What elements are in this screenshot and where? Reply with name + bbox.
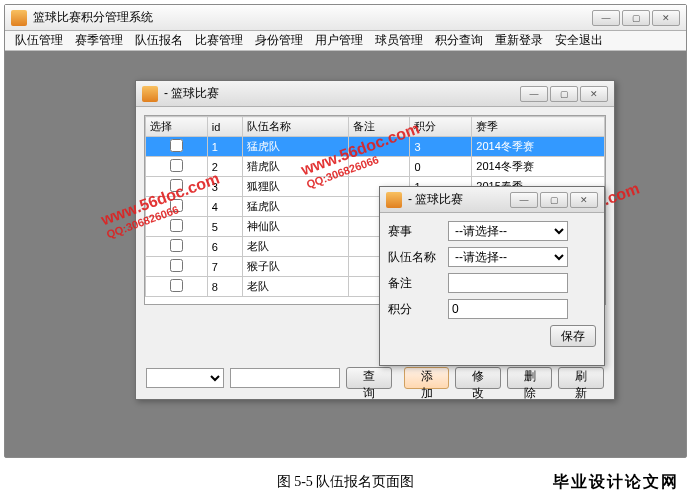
col-team[interactable]: 队伍名称 — [242, 117, 348, 137]
edit-button[interactable]: 修改 — [455, 367, 501, 389]
child-maximize-button[interactable]: ▢ — [550, 86, 578, 102]
cell-note — [348, 137, 410, 157]
row-checkbox[interactable] — [170, 279, 183, 292]
cell-id: 8 — [207, 277, 242, 297]
main-window-buttons: — ▢ ✕ — [592, 10, 680, 26]
refresh-button[interactable]: 刷新 — [558, 367, 604, 389]
cell-id: 2 — [207, 157, 242, 177]
app-icon — [11, 10, 27, 26]
main-titlebar: 篮球比赛积分管理系统 — ▢ ✕ — [5, 5, 686, 31]
menu-user-manage[interactable]: 用户管理 — [313, 32, 365, 49]
cell-team: 老队 — [242, 237, 348, 257]
brand-text: 毕业设计论文网 — [553, 472, 679, 493]
dialog-titlebar: - 篮球比赛 — ▢ ✕ — [380, 187, 604, 213]
menu-match-manage[interactable]: 比赛管理 — [193, 32, 245, 49]
cell-season: 2014冬季赛 — [472, 137, 605, 157]
bottom-bar: 查询 添加 修改 删除 刷新 — [146, 367, 604, 389]
menu-score-query[interactable]: 积分查询 — [433, 32, 485, 49]
cell-id: 5 — [207, 217, 242, 237]
col-score[interactable]: 积分 — [410, 117, 472, 137]
menu-player-manage[interactable]: 球员管理 — [373, 32, 425, 49]
label-team: 队伍名称 — [388, 249, 442, 266]
cell-score: 0 — [410, 157, 472, 177]
row-checkbox[interactable] — [170, 259, 183, 272]
cell-team: 老队 — [242, 277, 348, 297]
main-title: 篮球比赛积分管理系统 — [33, 9, 592, 26]
dialog-close-button[interactable]: ✕ — [570, 192, 598, 208]
minimize-button[interactable]: — — [592, 10, 620, 26]
cell-team: 猎虎队 — [242, 157, 348, 177]
save-button[interactable]: 保存 — [550, 325, 596, 347]
child-minimize-button[interactable]: — — [520, 86, 548, 102]
cell-id: 3 — [207, 177, 242, 197]
dialog-window-buttons: — ▢ ✕ — [510, 192, 598, 208]
dialog-title: - 篮球比赛 — [408, 191, 510, 208]
cell-id: 7 — [207, 257, 242, 277]
query-button[interactable]: 查询 — [346, 367, 392, 389]
cell-team: 神仙队 — [242, 217, 348, 237]
table-row[interactable]: 1猛虎队32014冬季赛 — [146, 137, 605, 157]
row-checkbox[interactable] — [170, 179, 183, 192]
col-id[interactable]: id — [207, 117, 242, 137]
add-button[interactable]: 添加 — [404, 367, 450, 389]
note-input[interactable] — [448, 273, 568, 293]
filter-select[interactable] — [146, 368, 224, 388]
maximize-button[interactable]: ▢ — [622, 10, 650, 26]
cell-team: 猛虎队 — [242, 137, 348, 157]
menu-team-manage[interactable]: 队伍管理 — [13, 32, 65, 49]
cell-team: 猛虎队 — [242, 197, 348, 217]
cell-score: 3 — [410, 137, 472, 157]
col-note[interactable]: 备注 — [348, 117, 410, 137]
cell-id: 6 — [207, 237, 242, 257]
child-close-button[interactable]: ✕ — [580, 86, 608, 102]
menu-season-manage[interactable]: 赛季管理 — [73, 32, 125, 49]
label-score: 积分 — [388, 301, 442, 318]
menu-relogin[interactable]: 重新登录 — [493, 32, 545, 49]
label-match: 赛事 — [388, 223, 442, 240]
dialog-minimize-button[interactable]: — — [510, 192, 538, 208]
edit-dialog: - 篮球比赛 — ▢ ✕ 赛事 --请选择-- 队伍名称 --请选择-- 备注 — [379, 186, 605, 366]
menubar: 队伍管理 赛季管理 队伍报名 比赛管理 身份管理 用户管理 球员管理 积分查询 … — [5, 31, 686, 51]
score-input[interactable] — [448, 299, 568, 319]
row-checkbox[interactable] — [170, 219, 183, 232]
main-window: 篮球比赛积分管理系统 — ▢ ✕ 队伍管理 赛季管理 队伍报名 比赛管理 身份管… — [4, 4, 687, 458]
mdi-client-area: - 篮球比赛 — ▢ ✕ 选择 id 队伍名称 备注 — [5, 51, 686, 457]
cell-id: 1 — [207, 137, 242, 157]
dialog-maximize-button[interactable]: ▢ — [540, 192, 568, 208]
child-title: - 篮球比赛 — [164, 85, 520, 102]
search-input[interactable] — [230, 368, 340, 388]
dialog-app-icon — [386, 192, 402, 208]
child-app-icon — [142, 86, 158, 102]
child-titlebar: - 篮球比赛 — ▢ ✕ — [136, 81, 614, 107]
cell-id: 4 — [207, 197, 242, 217]
row-checkbox[interactable] — [170, 139, 183, 152]
cell-season: 2014冬季赛 — [472, 157, 605, 177]
row-checkbox[interactable] — [170, 239, 183, 252]
delete-button[interactable]: 删除 — [507, 367, 553, 389]
menu-safe-exit[interactable]: 安全退出 — [553, 32, 605, 49]
cell-note — [348, 157, 410, 177]
cell-team: 猴子队 — [242, 257, 348, 277]
col-season[interactable]: 赛季 — [472, 117, 605, 137]
dialog-body: 赛事 --请选择-- 队伍名称 --请选择-- 备注 积分 保存 — [380, 213, 604, 361]
col-select[interactable]: 选择 — [146, 117, 208, 137]
close-button[interactable]: ✕ — [652, 10, 680, 26]
label-note: 备注 — [388, 275, 442, 292]
match-select[interactable]: --请选择-- — [448, 221, 568, 241]
cell-team: 狐狸队 — [242, 177, 348, 197]
table-row[interactable]: 2猎虎队02014冬季赛 — [146, 157, 605, 177]
row-checkbox[interactable] — [170, 199, 183, 212]
child-window-buttons: — ▢ ✕ — [520, 86, 608, 102]
menu-identity-manage[interactable]: 身份管理 — [253, 32, 305, 49]
menu-team-register[interactable]: 队伍报名 — [133, 32, 185, 49]
team-select[interactable]: --请选择-- — [448, 247, 568, 267]
row-checkbox[interactable] — [170, 159, 183, 172]
